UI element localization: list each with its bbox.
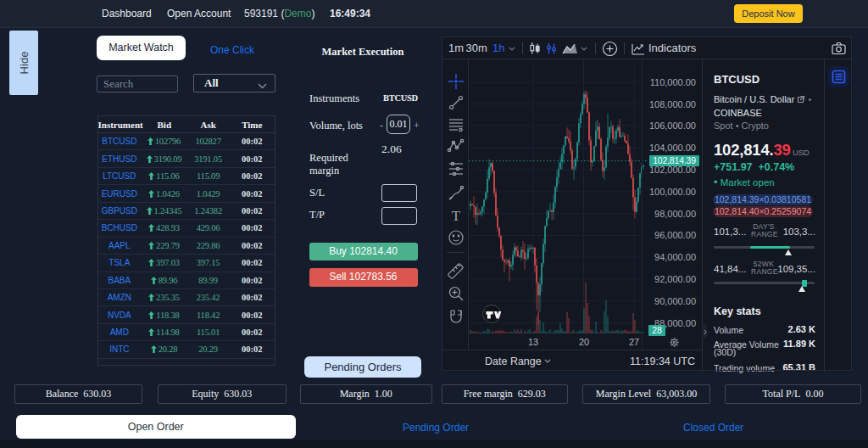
svg-text:T: T xyxy=(451,208,460,224)
